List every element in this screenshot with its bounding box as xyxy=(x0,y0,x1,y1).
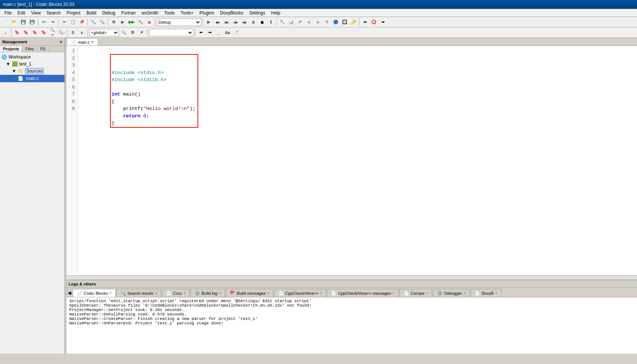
bookmark-btn4[interactable]: 🔖 xyxy=(40,29,48,37)
save-all-btn[interactable]: 💾 xyxy=(28,18,36,26)
paste-btn[interactable]: 📌 xyxy=(78,18,86,26)
debug-info-btn[interactable]: ℹ xyxy=(267,18,275,26)
regex-btn[interactable]: .* xyxy=(232,29,240,37)
menu-wxsmith[interactable]: wxSmith xyxy=(139,10,161,16)
menu-settings[interactable]: Settings xyxy=(246,10,268,16)
debug-btn4[interactable]: ⏮ xyxy=(231,18,239,26)
editor-hscroll[interactable] xyxy=(66,275,637,280)
menu-tools[interactable]: Tools xyxy=(161,10,178,16)
debugger-tab-close[interactable]: × xyxy=(464,291,466,295)
search-results-tab-close[interactable]: × xyxy=(155,291,157,295)
menu-file[interactable]: File xyxy=(1,10,14,16)
format-btn[interactable]: ≡ xyxy=(78,29,86,37)
buildlog-tab-close[interactable]: × xyxy=(219,291,221,295)
menu-help[interactable]: Help xyxy=(268,10,283,16)
match-case-btn[interactable]: Aa xyxy=(223,29,232,37)
find-options-btn[interactable]: ⚙ xyxy=(129,29,137,37)
menu-plugins[interactable]: Plugins xyxy=(196,10,217,16)
run-btn[interactable]: ▶ xyxy=(119,18,127,26)
undo-btn[interactable]: ↩ xyxy=(40,18,48,26)
bookmark-btn[interactable]: 🔖 xyxy=(13,29,21,37)
workspace-item[interactable]: 🌐 Workspace xyxy=(0,54,64,60)
bottom-tab-doxyb[interactable]: 📄 DoxyB × xyxy=(471,289,501,297)
menu-project[interactable]: Project xyxy=(64,10,83,16)
menu-debug[interactable]: Debug xyxy=(99,10,118,16)
menu-build[interactable]: Build xyxy=(83,10,99,16)
bottom-tab-search-results[interactable]: 🔍 Search results × xyxy=(116,289,161,297)
debug-extra2[interactable]: 📊 xyxy=(287,18,295,26)
spellcheck-btn[interactable]: S xyxy=(69,29,77,37)
extra-btn3[interactable]: 🔑 xyxy=(349,18,358,26)
build-config-select[interactable]: Debug Release xyxy=(157,19,201,26)
debug-pause-btn[interactable]: ⏸ xyxy=(249,18,257,26)
debug-btn2[interactable]: ⏭ xyxy=(213,18,222,26)
help-btn[interactable]: ? xyxy=(323,18,331,26)
nav-btn1[interactable]: ⬅ xyxy=(361,18,369,26)
bottom-tabs-prev-btn[interactable]: ◀ xyxy=(66,289,73,297)
menu-search[interactable]: Search xyxy=(44,10,64,16)
bottom-tab-buildlog[interactable]: ⚙️ Build log × xyxy=(190,289,225,297)
sidebar-close-btn[interactable]: × xyxy=(60,40,62,44)
replace-btn[interactable]: 🔍 xyxy=(98,18,106,26)
bottom-tab-cppcheck[interactable]: 📄 CppCheck/Vera++ × xyxy=(274,289,326,297)
debug-btn3[interactable]: ⏭ xyxy=(222,18,230,26)
bottom-tab-debugger[interactable]: ⚙️ Debugger × xyxy=(433,289,470,297)
bookmark-btn2[interactable]: 🔖 xyxy=(22,29,30,37)
buildmsg-tab-close[interactable]: × xyxy=(267,291,269,295)
menu-tools-plus[interactable]: Tools+ xyxy=(178,10,196,16)
debug-btn5[interactable]: ⏮ xyxy=(240,18,248,26)
highlight-btn[interactable]: _ xyxy=(215,29,223,37)
menu-fortran[interactable]: Fortran xyxy=(118,10,139,16)
copy-btn[interactable]: 📋 xyxy=(69,18,77,26)
zoom-in-btn[interactable]: 🔍+ xyxy=(49,29,57,37)
tab-close-btn[interactable]: × xyxy=(91,40,93,44)
bottom-tab-buildmsg[interactable]: 🚩 Build messages × xyxy=(226,289,273,297)
cppcheck-tab-close[interactable]: × xyxy=(320,291,322,295)
find-file-btn[interactable]: 🔍 xyxy=(120,29,128,37)
nav-next-btn[interactable]: ➡ xyxy=(206,29,214,37)
mainc-file-item[interactable]: 📄 main.c xyxy=(0,75,64,82)
debug-start-btn[interactable]: ▶ xyxy=(205,18,213,26)
sources-item[interactable]: ▼ 📁 Sources xyxy=(0,67,64,75)
bottom-tab-codeblocks[interactable]: 📄 Code::Blocks × xyxy=(73,289,116,297)
redo-btn[interactable]: ↪ xyxy=(49,18,57,26)
project-item[interactable]: ▼ 🟩 test_1 xyxy=(0,60,64,67)
comment-btn[interactable]: /* xyxy=(296,18,304,26)
menu-doxyblocks[interactable]: DoxyBlocks xyxy=(217,10,246,16)
open-btn[interactable]: 📂 xyxy=(10,18,19,26)
menu-view[interactable]: View xyxy=(28,10,44,16)
debug-stop-btn[interactable]: ⏹ xyxy=(258,18,266,26)
menu-edit[interactable]: Edit xyxy=(14,10,28,16)
bottom-tab-cscope[interactable]: 📄 Cscope × xyxy=(399,289,432,297)
bottom-tab-cccc[interactable]: 📄 Cccc × xyxy=(162,289,190,297)
clear-search-btn[interactable]: ✕ xyxy=(137,29,146,37)
build-run-btn[interactable]: ▶▶ xyxy=(127,18,136,26)
cscope-tab-close[interactable]: × xyxy=(426,291,428,295)
build-btn[interactable]: 🔨 xyxy=(136,18,145,26)
code-content[interactable]: #include <stdio.h> #include <stdlib.h> i… xyxy=(78,47,637,274)
find-btn[interactable]: 🔍 xyxy=(89,18,97,26)
nav-btn3[interactable]: ➡ xyxy=(379,18,387,26)
bookmark-btn3[interactable]: 🔖 xyxy=(31,29,39,37)
nav-btn2[interactable]: ⭕ xyxy=(370,18,378,26)
code-nav-btn1[interactable]: ↕ xyxy=(1,29,10,37)
cppcheck-msg-tab-close[interactable]: × xyxy=(392,291,395,295)
sidebar-tab-fs[interactable]: FS xyxy=(37,46,49,52)
code-editor[interactable]: 12345 6789 #include <stdio.h> #include <… xyxy=(66,46,637,275)
extra-btn1[interactable]: 🔵 xyxy=(332,18,340,26)
nav-fwd-btn[interactable]: > xyxy=(314,18,322,26)
editor-tab-mainc[interactable]: 📄 main.c × xyxy=(66,38,98,46)
debug-extra1[interactable]: 🔧 xyxy=(278,18,286,26)
cut-btn[interactable]: ✂ xyxy=(60,18,68,26)
doxyb-tab-close[interactable]: × xyxy=(495,291,497,295)
settings-btn[interactable]: ⚙ xyxy=(110,18,118,26)
codeblocks-tab-close[interactable]: × xyxy=(109,291,112,295)
new-file-btn[interactable]: 📄 xyxy=(1,18,10,26)
extra-btn2[interactable]: 🔲 xyxy=(341,18,349,26)
nav-back-btn[interactable]: < xyxy=(305,18,313,26)
zoom-out-btn[interactable]: 🔍- xyxy=(57,29,66,37)
stop-btn[interactable]: ■ xyxy=(145,18,153,26)
scope-select[interactable]: <global> xyxy=(89,29,119,36)
nav-prev-btn[interactable]: ⬅ xyxy=(197,29,205,37)
cccc-tab-close[interactable]: × xyxy=(183,291,186,295)
